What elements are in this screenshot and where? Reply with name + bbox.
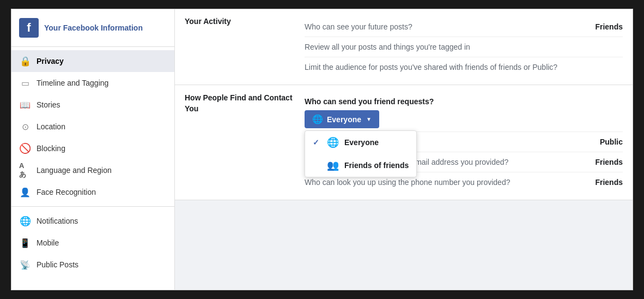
contact-section: How People Find and Contact You Who can … (175, 85, 633, 200)
sidebar-label-notifications: Notifications (37, 217, 78, 225)
sidebar-label-blocking: Blocking (37, 144, 65, 153)
language-icon: Aあ (19, 164, 31, 176)
main-content: Your Activity Who can see your future po… (175, 9, 633, 290)
sidebar-item-face-recognition[interactable]: 👤 Face Recognition (11, 181, 174, 203)
sidebar-header: f Your Facebook Information (11, 9, 174, 47)
location-icon: ⊙ (19, 121, 31, 133)
public-posts-icon: 📡 (19, 259, 31, 271)
friend-request-question: Who can send you friend requests? (305, 97, 623, 106)
sidebar-label-timeline: Timeline and Tagging (37, 79, 108, 87)
future-posts-question: Who can see your future posts? (305, 22, 588, 31)
checkmark-icon: ✓ (313, 138, 321, 147)
dropdown-option-friends-of-friends[interactable]: 👥 Friends of friends (305, 154, 416, 177)
activity-item-2[interactable]: Review all your posts and things you're … (305, 37, 623, 57)
sidebar-item-stories[interactable]: 📖 Stories (11, 94, 174, 116)
activity-item-3[interactable]: Limit the audience for posts you've shar… (305, 57, 623, 77)
sidebar-label-publicposts: Public Posts (37, 260, 78, 269)
contact-section-row: How People Find and Contact You Who can … (175, 85, 633, 200)
everyone-globe-icon: 🌐 (327, 136, 339, 148)
email-lookup-value: Friends (595, 158, 623, 166)
stories-icon: 📖 (19, 99, 31, 111)
limit-audience-question: Limit the audience for posts you've shar… (305, 63, 623, 71)
everyone-dropdown-container: 🌐 Everyone ▼ ✓ 🌐 Everyone (305, 110, 623, 128)
globe-icon: 🌐 (312, 114, 323, 124)
dropdown-fof-label: Friends of friends (344, 161, 409, 170)
dropdown-menu: ✓ 🌐 Everyone 👥 Friends of friends (305, 130, 417, 177)
review-posts-question: Review all your posts and things you're … (305, 43, 623, 51)
activity-section: Your Activity Who can see your future po… (175, 9, 633, 85)
contact-label: How People Find and Contact You (185, 93, 305, 114)
timeline-icon: ▭ (19, 77, 31, 89)
sidebar-header-title: Your Facebook Information (44, 23, 143, 33)
sidebar-label-face: Face Recognition (37, 188, 96, 196)
everyone-dropdown-button[interactable]: 🌐 Everyone ▼ (305, 110, 379, 128)
sidebar-label-mobile: Mobile (37, 238, 59, 247)
sidebar: f Your Facebook Information 🔒 Privacy ▭ … (11, 9, 175, 290)
sidebar-item-language[interactable]: Aあ Language and Region (11, 159, 174, 181)
dropdown-option-everyone[interactable]: ✓ 🌐 Everyone (305, 131, 416, 154)
activity-items: Who can see your future posts? Friends R… (305, 17, 623, 77)
dropdown-caret-icon: ▼ (366, 116, 372, 122)
sidebar-item-privacy[interactable]: 🔒 Privacy (11, 50, 174, 72)
activity-item-1[interactable]: Who can see your future posts? Friends (305, 17, 623, 37)
sidebar-item-location[interactable]: ⊙ Location (11, 116, 174, 137)
sidebar-label-language: Language and Region (37, 166, 112, 175)
dropdown-selected-label: Everyone (327, 115, 361, 124)
mobile-icon: 📱 (19, 237, 31, 249)
future-posts-value: Friends (595, 22, 623, 31)
sidebar-item-mobile[interactable]: 📱 Mobile (11, 232, 174, 254)
phone-lookup-question: Who can look you up using the phone numb… (305, 178, 588, 187)
activity-section-row: Your Activity Who can see your future po… (175, 9, 633, 85)
sidebar-item-public-posts[interactable]: 📡 Public Posts (11, 254, 174, 276)
contact-items: Who can send you friend requests? 🌐 Ever… (305, 93, 623, 192)
activity-label: Your Activity (185, 17, 305, 26)
blocking-icon: 🚫 (19, 142, 31, 154)
dropdown-everyone-label: Everyone (344, 138, 379, 147)
friends-group-icon: 👥 (327, 159, 339, 171)
face-recognition-icon: 👤 (19, 186, 31, 198)
sidebar-label-stories: Stories (37, 100, 60, 109)
facebook-logo-icon: f (19, 18, 39, 38)
privacy-icon: 🔒 (19, 55, 31, 67)
sidebar-item-timeline[interactable]: ▭ Timeline and Tagging (11, 72, 174, 94)
friends-list-value: Public (600, 137, 623, 146)
sidebar-label-privacy: Privacy (37, 57, 64, 65)
phone-lookup-value: Friends (595, 178, 623, 187)
sidebar-section-1: 🔒 Privacy ▭ Timeline and Tagging 📖 Stori… (11, 47, 174, 207)
sidebar-section-2: 🌐 Notifications 📱 Mobile 📡 Public Posts (11, 207, 174, 279)
sidebar-label-location: Location (37, 122, 65, 131)
sidebar-item-blocking[interactable]: 🚫 Blocking (11, 137, 174, 159)
friend-request-subrow: Who can send you friend requests? 🌐 Ever… (305, 93, 623, 132)
notifications-icon: 🌐 (19, 215, 31, 227)
sidebar-item-notifications[interactable]: 🌐 Notifications (11, 210, 174, 232)
